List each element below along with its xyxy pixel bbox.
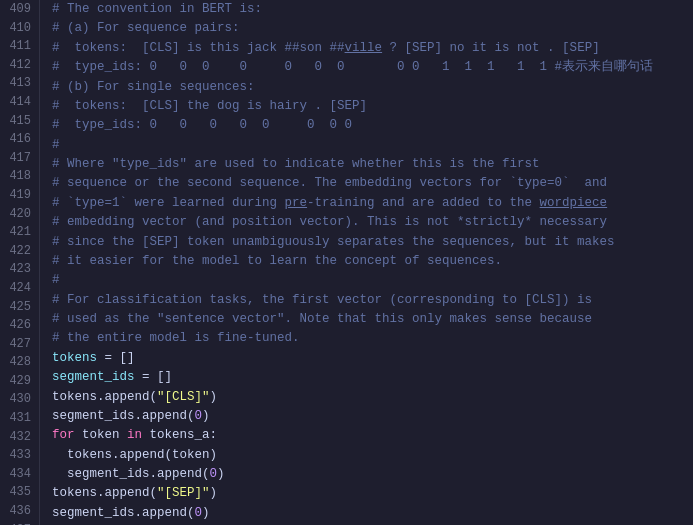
code-line: # type_ids: 0 0 0 0 0 0 0 0 xyxy=(52,116,693,135)
code-line: tokens.append("[SEP]") xyxy=(52,484,693,503)
token-plain: ) xyxy=(210,390,218,404)
line-number: 436 xyxy=(4,502,31,521)
token-comment-underline: wordpiece xyxy=(540,196,608,210)
line-number: 410 xyxy=(4,19,31,38)
code-line: tokens.append("[CLS]") xyxy=(52,388,693,407)
token-comment: # tokens: [CLS] the dog is hairy . [SEP] xyxy=(52,99,367,113)
token-comment: jack ##son ## xyxy=(240,41,345,55)
token-comment: # xyxy=(52,138,60,152)
token-plain: tokens.append( xyxy=(52,486,157,500)
token-comment: # it easier for the model to learn the c… xyxy=(52,254,502,268)
line-number: 431 xyxy=(4,409,31,428)
code-line: # since the [SEP] token unambiguously se… xyxy=(52,233,693,252)
code-line: tokens.append(token) xyxy=(52,446,693,465)
line-number: 423 xyxy=(4,260,31,279)
token-plain: tokens.append(token) xyxy=(52,448,217,462)
line-number: 413 xyxy=(4,74,31,93)
token-comment: # embedding vector (and position vector)… xyxy=(52,215,607,229)
token-comment: -training and are added to the xyxy=(307,196,540,210)
token-plain: ) xyxy=(202,409,210,423)
token-plain: token xyxy=(75,428,128,442)
line-number: 416 xyxy=(4,130,31,149)
line-number: 421 xyxy=(4,223,31,242)
token-comment-plain: this xyxy=(210,41,240,55)
token-number: 0 xyxy=(210,467,218,481)
token-comment: # since the [SEP] token unambiguously se… xyxy=(52,235,615,249)
token-comment: ? [SEP] no it is not . [SEP] xyxy=(382,41,600,55)
token-comment: # type_ids: 0 0 0 0 0 0 0 0 0 1 1 1 1 1 … xyxy=(52,60,653,74)
code-line: # xyxy=(52,136,693,155)
token-string: "[SEP]" xyxy=(157,486,210,500)
code-line: # the entire model is fine-tuned. xyxy=(52,329,693,348)
line-number: 420 xyxy=(4,205,31,224)
token-comment: # xyxy=(52,273,60,287)
line-number: 411 xyxy=(4,37,31,56)
token-number: 0 xyxy=(195,506,203,520)
token-plain: ) xyxy=(210,486,218,500)
code-line: # sequence or the second sequence. The e… xyxy=(52,174,693,193)
token-plain: = [] xyxy=(97,351,135,365)
line-number: 429 xyxy=(4,372,31,391)
line-number: 433 xyxy=(4,446,31,465)
code-line: # used as the "sentence vector". Note th… xyxy=(52,310,693,329)
token-comment: # type_ids: 0 0 0 0 0 0 0 0 xyxy=(52,118,352,132)
line-number: 430 xyxy=(4,390,31,409)
line-number: 412 xyxy=(4,56,31,75)
line-number: 435 xyxy=(4,483,31,502)
line-number: 415 xyxy=(4,112,31,131)
line-number: 428 xyxy=(4,353,31,372)
code-line: # `type=1` were learned during pre-train… xyxy=(52,194,693,213)
token-plain: ) xyxy=(217,467,225,481)
code-line: segment_ids = [] xyxy=(52,368,693,387)
token-comment: # the entire model is fine-tuned. xyxy=(52,331,300,345)
token-variable: segment_ids xyxy=(52,370,135,384)
line-number: 417 xyxy=(4,149,31,168)
line-number: 418 xyxy=(4,167,31,186)
token-plain: tokens_a: xyxy=(142,428,217,442)
token-comment: # The convention in BERT is: xyxy=(52,2,262,16)
token-comment-underline: pre xyxy=(285,196,308,210)
code-line: # tokens: [CLS] the dog is hairy . [SEP] xyxy=(52,97,693,116)
code-line: # tokens: [CLS] is this jack ##son ##vil… xyxy=(52,39,693,58)
token-comment: # (a) For sequence pairs: xyxy=(52,21,240,35)
code-content: # The convention in BERT is:# (a) For se… xyxy=(40,0,693,525)
code-line: # For classification tasks, the first ve… xyxy=(52,291,693,310)
code-line: # (a) For sequence pairs: xyxy=(52,19,693,38)
token-comment: # `type=1` were learned during xyxy=(52,196,285,210)
token-comment: # tokens: [CLS] is xyxy=(52,41,210,55)
token-comment: # (b) For single sequences: xyxy=(52,80,255,94)
code-line: # Where "type_ids" are used to indicate … xyxy=(52,155,693,174)
code-line: # it easier for the model to learn the c… xyxy=(52,252,693,271)
code-line: # type_ids: 0 0 0 0 0 0 0 0 0 1 1 1 1 1 … xyxy=(52,58,693,77)
code-line: segment_ids.append(0) xyxy=(52,465,693,484)
token-plain: segment_ids.append( xyxy=(52,409,195,423)
token-comment: # used as the "sentence vector". Note th… xyxy=(52,312,592,326)
token-keyword: for xyxy=(52,428,75,442)
line-number: 425 xyxy=(4,298,31,317)
line-number: 432 xyxy=(4,428,31,447)
code-line: segment_ids.append(0) xyxy=(52,504,693,523)
line-number: 427 xyxy=(4,335,31,354)
token-plain: tokens.append( xyxy=(52,390,157,404)
line-number: 437 xyxy=(4,521,31,525)
line-number: 424 xyxy=(4,279,31,298)
token-string: "[CLS]" xyxy=(157,390,210,404)
token-comment: # For classification tasks, the first ve… xyxy=(52,293,592,307)
line-number: 409 xyxy=(4,0,31,19)
line-number: 419 xyxy=(4,186,31,205)
token-variable: tokens xyxy=(52,351,97,365)
code-line: # The convention in BERT is: xyxy=(52,0,693,19)
code-line: segment_ids.append(0) xyxy=(52,407,693,426)
token-number: 0 xyxy=(195,409,203,423)
token-comment: # Where "type_ids" are used to indicate … xyxy=(52,157,540,171)
code-line: # xyxy=(52,271,693,290)
code-line: # (b) For single sequences: xyxy=(52,78,693,97)
code-line: # embedding vector (and position vector)… xyxy=(52,213,693,232)
line-number: 434 xyxy=(4,465,31,484)
token-plain: segment_ids.append( xyxy=(52,467,210,481)
token-plain: = [] xyxy=(135,370,173,384)
token-plain: segment_ids.append( xyxy=(52,506,195,520)
line-number: 426 xyxy=(4,316,31,335)
line-numbers: 4094104114124134144154164174184194204214… xyxy=(0,0,40,525)
token-plain: ) xyxy=(202,506,210,520)
